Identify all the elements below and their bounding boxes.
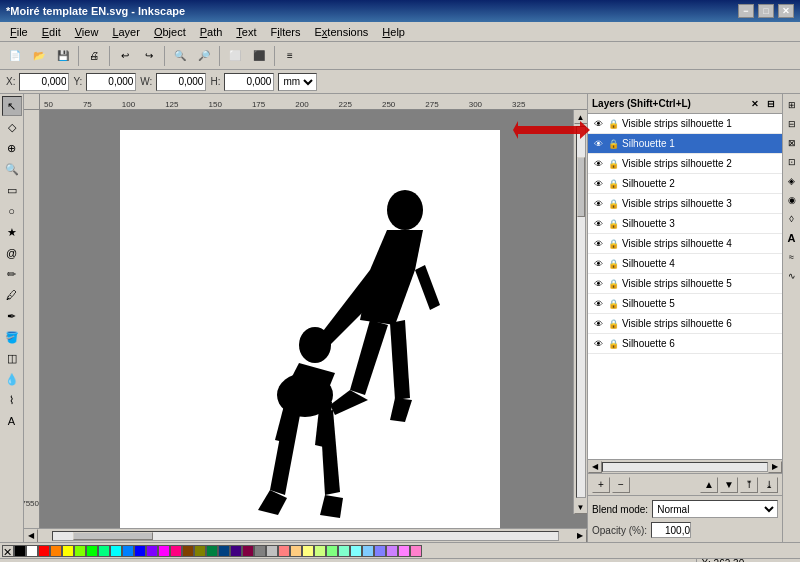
snap-option1[interactable]: ⊟ (785, 115, 799, 133)
scroll-up-button[interactable]: ▲ (574, 110, 588, 124)
color-swatch[interactable] (266, 545, 278, 557)
canvas-drawing-area[interactable]: ▲ ▼ (40, 110, 587, 528)
print-button[interactable]: 🖨 (83, 45, 105, 67)
scroll-v-thumb[interactable] (577, 157, 585, 217)
layer-row[interactable]: 👁🔒Silhouette 6 (588, 334, 782, 354)
color-swatch[interactable] (158, 545, 170, 557)
color-swatch[interactable] (38, 545, 50, 557)
layers-undock-button[interactable]: ⊟ (764, 97, 778, 111)
layer-lock-icon[interactable]: 🔒 (607, 198, 619, 210)
color-swatch[interactable] (350, 545, 362, 557)
menu-object[interactable]: Object (148, 24, 192, 40)
layers-scroll-right[interactable]: ▶ (768, 461, 782, 473)
layer-lock-icon[interactable]: 🔒 (607, 138, 619, 150)
snap-option8[interactable]: ∿ (785, 267, 799, 285)
color-swatch[interactable] (110, 545, 122, 557)
color-swatch[interactable] (14, 545, 26, 557)
menu-view[interactable]: View (69, 24, 105, 40)
save-button[interactable]: 💾 (52, 45, 74, 67)
w-input[interactable] (156, 73, 206, 91)
color-swatch[interactable] (218, 545, 230, 557)
layer-eye-icon[interactable]: 👁 (592, 298, 604, 310)
layer-row[interactable]: 👁🔒Silhouette 1 (588, 134, 782, 154)
star-tool[interactable]: ★ (2, 222, 22, 242)
color-swatch[interactable] (338, 545, 350, 557)
new-button[interactable]: 📄 (4, 45, 26, 67)
layer-row[interactable]: 👁🔒Silhouette 4 (588, 254, 782, 274)
node-tool[interactable]: ◇ (2, 117, 22, 137)
layer-lock-icon[interactable]: 🔒 (607, 118, 619, 130)
layer-eye-icon[interactable]: 👁 (592, 318, 604, 330)
select-tool[interactable]: ↖ (2, 96, 22, 116)
color-swatch[interactable] (278, 545, 290, 557)
color-swatch[interactable] (122, 545, 134, 557)
scroll-h-track[interactable] (52, 531, 559, 541)
blend-mode-select[interactable]: NormalMultiplyScreenOverlay (652, 500, 778, 518)
h-input[interactable] (224, 73, 274, 91)
menu-edit[interactable]: Edit (36, 24, 67, 40)
layer-eye-icon[interactable]: 👁 (592, 258, 604, 270)
layers-close-button[interactable]: ✕ (748, 97, 762, 111)
color-swatch[interactable] (170, 545, 182, 557)
open-button[interactable]: 📂 (28, 45, 50, 67)
pen-tool[interactable]: 🖊 (2, 285, 22, 305)
layer-eye-icon[interactable]: 👁 (592, 218, 604, 230)
scroll-down-button[interactable]: ▼ (574, 500, 588, 514)
group-button[interactable]: ⬜ (224, 45, 246, 67)
scroll-h-thumb[interactable] (73, 532, 153, 540)
layer-lock-icon[interactable]: 🔒 (607, 158, 619, 170)
layer-lock-icon[interactable]: 🔒 (607, 278, 619, 290)
menu-extensions[interactable]: Extensions (309, 24, 375, 40)
y-input[interactable] (86, 73, 136, 91)
color-swatch[interactable] (134, 545, 146, 557)
zoom-in-button[interactable]: 🔍 (169, 45, 191, 67)
color-swatch[interactable] (398, 545, 410, 557)
text-rst[interactable]: A (785, 229, 799, 247)
color-swatch[interactable] (86, 545, 98, 557)
color-swatch[interactable] (62, 545, 74, 557)
color-swatch[interactable] (302, 545, 314, 557)
add-layer-button[interactable]: + (592, 477, 610, 493)
ellipse-tool[interactable]: ○ (2, 201, 22, 221)
layer-lock-icon[interactable]: 🔒 (607, 218, 619, 230)
color-swatch[interactable] (290, 545, 302, 557)
color-swatch[interactable] (410, 545, 422, 557)
scroll-v-track[interactable] (576, 126, 586, 498)
color-swatch[interactable] (362, 545, 374, 557)
layer-row[interactable]: 👁🔒Visible strips silhouette 2 (588, 154, 782, 174)
rect-tool[interactable]: ▭ (2, 180, 22, 200)
close-button[interactable]: ✕ (778, 4, 794, 18)
remove-layer-button[interactable]: − (612, 477, 630, 493)
layer-eye-icon[interactable]: 👁 (592, 158, 604, 170)
zoom-tool[interactable]: 🔍 (2, 159, 22, 179)
zoom-out-button[interactable]: 🔎 (193, 45, 215, 67)
color-swatch[interactable] (182, 545, 194, 557)
snap-option7[interactable]: ≈ (785, 248, 799, 266)
layers-scrollbar[interactable]: ◀ ▶ (588, 459, 782, 473)
layers-list[interactable]: 👁🔒Visible strips silhouette 1👁🔒Silhouett… (588, 114, 782, 459)
color-swatch[interactable] (326, 545, 338, 557)
menu-layer[interactable]: Layer (106, 24, 146, 40)
spiral-tool[interactable]: @ (2, 243, 22, 263)
layer-eye-icon[interactable]: 👁 (592, 238, 604, 250)
color-swatch[interactable] (50, 545, 62, 557)
minimize-button[interactable]: − (738, 4, 754, 18)
layer-row[interactable]: 👁🔒Silhouette 3 (588, 214, 782, 234)
color-swatch[interactable] (242, 545, 254, 557)
layer-up-button[interactable]: ▲ (700, 477, 718, 493)
color-swatch[interactable] (26, 545, 38, 557)
color-swatch[interactable] (254, 545, 266, 557)
layer-lock-icon[interactable]: 🔒 (607, 318, 619, 330)
layer-to-bottom-button[interactable]: ⤓ (760, 477, 778, 493)
layer-eye-icon[interactable]: 👁 (592, 278, 604, 290)
undo-button[interactable]: ↩ (114, 45, 136, 67)
redo-button[interactable]: ↪ (138, 45, 160, 67)
snap-option6[interactable]: ◊ (785, 210, 799, 228)
menu-path[interactable]: Path (194, 24, 229, 40)
layer-row[interactable]: 👁🔒Visible strips silhouette 6 (588, 314, 782, 334)
layer-lock-icon[interactable]: 🔒 (607, 178, 619, 190)
layer-row[interactable]: 👁🔒Visible strips silhouette 4 (588, 234, 782, 254)
snap-option3[interactable]: ⊡ (785, 153, 799, 171)
layer-eye-icon[interactable]: 👁 (592, 118, 604, 130)
menu-file[interactable]: File (4, 24, 34, 40)
